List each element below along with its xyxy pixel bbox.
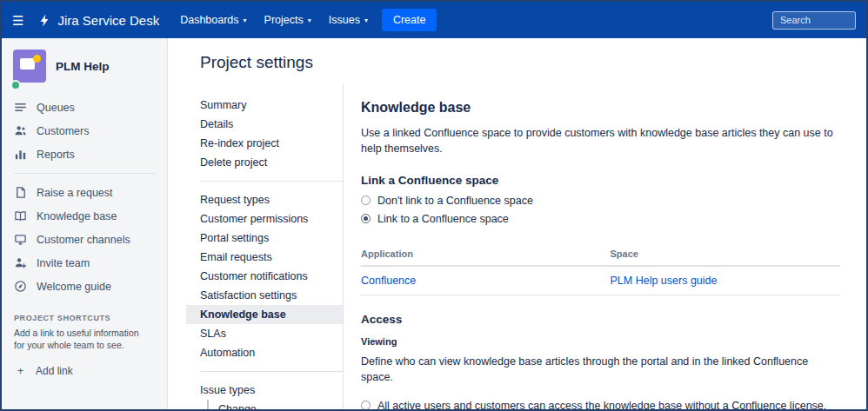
radio-icon-checked[interactable]: [361, 214, 371, 223]
settings-item-satisfaction-settings[interactable]: Satisfaction settings: [186, 286, 343, 305]
customer-channels-icon: [14, 233, 27, 246]
add-link-button[interactable]: + Add link: [2, 353, 167, 388]
raise-request-icon: [14, 186, 27, 199]
link-space-section-title: Link a Confluence space: [361, 174, 840, 187]
column-header-application: Application: [361, 244, 611, 266]
viewing-label: Viewing: [361, 336, 840, 347]
settings-group-1: Summary Details Re-index project Delete …: [186, 96, 343, 172]
settings-item-details[interactable]: Details: [186, 115, 343, 134]
settings-item-delete-project[interactable]: Delete project: [186, 153, 343, 172]
settings-nav-divider: [200, 181, 343, 182]
sidebar-item-welcome-guide[interactable]: Welcome guide: [2, 275, 167, 298]
add-link-label: Add link: [36, 365, 73, 377]
settings-item-customer-permissions[interactable]: Customer permissions: [186, 209, 343, 229]
menu-dashboards[interactable]: Dashboards ▾: [180, 14, 246, 26]
settings-item-automation[interactable]: Automation: [186, 343, 343, 362]
sidebar-item-label: Queues: [37, 102, 75, 114]
settings-group-2: Request types Customer permissions Porta…: [186, 190, 343, 362]
menu-dashboards-label: Dashboards: [180, 14, 238, 26]
project-header: PLM Help: [2, 38, 167, 96]
jira-bolt-icon: [37, 13, 52, 28]
service-desk-badge-icon: [10, 80, 21, 90]
search-input[interactable]: [772, 11, 856, 30]
search-container: [772, 11, 856, 30]
sidebar-item-queues[interactable]: Queues: [2, 96, 167, 119]
app-window: ☰ Jira Service Desk Dashboards ▾ Project…: [0, 0, 868, 411]
knowledge-base-settings-panel: Knowledge base Use a linked Confluence s…: [343, 83, 866, 409]
sidebar-item-reports[interactable]: Reports: [2, 143, 167, 166]
access-description: Define who can view knowledge base artic…: [361, 354, 840, 385]
sidebar-item-label: Reports: [37, 149, 75, 161]
settings-item-reindex-project[interactable]: Re-index project: [186, 134, 343, 153]
settings-item-request-types[interactable]: Request types: [186, 190, 343, 209]
chevron-down-icon: ▾: [244, 17, 247, 24]
sidebar-item-knowledge-base[interactable]: Knowledge base: [2, 204, 167, 228]
menu-issues-label: Issues: [329, 14, 360, 26]
radio-dont-link-space[interactable]: Don't link to a Confluence space: [361, 195, 840, 207]
space-cell: PLM Help users guide: [611, 266, 840, 295]
radio-link-space[interactable]: Link to a Confluence space: [361, 213, 840, 225]
sidebar-item-customers[interactable]: Customers: [2, 119, 167, 143]
access-section-title: Access: [361, 313, 840, 326]
settings-item-issue-types[interactable]: Issue types: [186, 381, 343, 400]
sidebar-item-label: Customer channels: [37, 234, 130, 246]
invite-team-icon: [14, 256, 27, 269]
application-link[interactable]: Confluence: [361, 275, 416, 287]
sidebar-item-label: Invite team: [37, 257, 90, 269]
sidebar-item-label: Raise a request: [37, 187, 113, 199]
project-sidebar: PLM Help Queues Customers Reports: [2, 38, 168, 409]
settings-item-portal-settings[interactable]: Portal settings: [186, 229, 343, 248]
create-button[interactable]: Create: [382, 9, 437, 31]
menu-projects[interactable]: Projects ▾: [264, 14, 311, 26]
sidebar-item-label: Welcome guide: [37, 281, 111, 293]
settings-item-slas[interactable]: SLAs: [186, 324, 343, 343]
welcome-guide-icon: [14, 280, 27, 293]
queues-icon: [14, 101, 27, 114]
column-header-space: Space: [611, 244, 840, 266]
content-intro: Use a linked Confluence space to provide…: [361, 125, 840, 156]
radio-all-active-users[interactable]: All active users and customers can acces…: [361, 400, 840, 410]
table-row: Confluence PLM Help users guide: [361, 266, 840, 295]
table-header-row: Application Space: [361, 244, 840, 266]
reports-icon: [14, 148, 27, 161]
chevron-down-icon: ▾: [364, 17, 368, 24]
project-avatar[interactable]: [13, 50, 46, 83]
radio-icon[interactable]: [361, 401, 371, 410]
radio-label: All active users and customers can acces…: [377, 400, 826, 410]
settings-item-change[interactable]: Change: [207, 400, 343, 411]
radio-label: Don't link to a Confluence space: [377, 195, 533, 207]
menu-projects-label: Projects: [264, 14, 304, 26]
avatar-glyph-accent: [33, 55, 41, 63]
sidebar-divider: [14, 173, 155, 174]
page-title: Project settings: [168, 38, 866, 83]
app-title: Jira Service Desk: [57, 13, 159, 28]
settings-nav-divider: [200, 371, 343, 372]
radio-icon[interactable]: [361, 196, 371, 205]
plus-icon: +: [14, 364, 27, 377]
top-nav-menus: Dashboards ▾ Projects ▾ Issues ▾: [180, 14, 368, 26]
space-link[interactable]: PLM Help users guide: [611, 275, 718, 287]
sidebar-item-customer-channels[interactable]: Customer channels: [2, 228, 167, 251]
sidebar-item-label: Customers: [37, 125, 89, 137]
project-shortcuts-description: Add a link to useful information for you…: [2, 325, 158, 353]
settings-item-summary[interactable]: Summary: [186, 96, 343, 115]
project-shortcuts-header: PROJECT SHORTCUTS: [2, 298, 167, 325]
settings-group-3: Issue types Change: [186, 381, 343, 411]
application-cell: Confluence: [361, 266, 611, 295]
knowledge-base-icon: [14, 209, 27, 222]
sidebar-item-label: Knowledge base: [37, 210, 117, 222]
hamburger-menu-icon[interactable]: ☰: [12, 14, 23, 27]
linked-space-table: Application Space Confluence PLM Help us…: [361, 244, 840, 295]
sidebar-item-raise-a-request[interactable]: Raise a request: [2, 181, 167, 204]
project-settings-nav: Summary Details Re-index project Delete …: [186, 83, 343, 409]
settings-item-email-requests[interactable]: Email requests: [186, 248, 343, 267]
sidebar-item-invite-team[interactable]: Invite team: [2, 251, 167, 275]
menu-issues[interactable]: Issues ▾: [329, 14, 368, 26]
access-options: All active users and customers can acces…: [361, 400, 840, 410]
top-navbar: ☰ Jira Service Desk Dashboards ▾ Project…: [2, 2, 866, 38]
settings-item-knowledge-base[interactable]: Knowledge base: [186, 305, 343, 324]
settings-item-customer-notifications[interactable]: Customer notifications: [186, 267, 343, 286]
app-logo[interactable]: Jira Service Desk: [37, 13, 159, 28]
customers-icon: [14, 124, 27, 137]
radio-label: Link to a Confluence space: [377, 213, 509, 225]
